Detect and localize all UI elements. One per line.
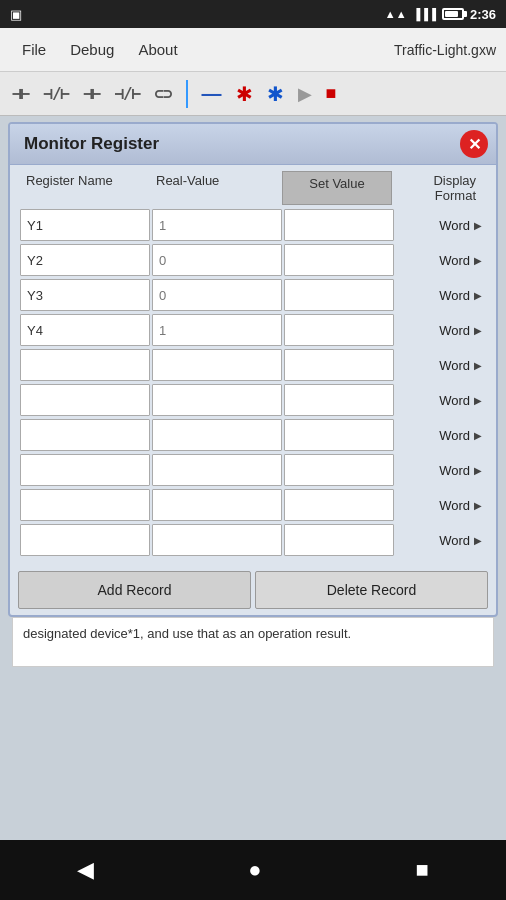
signal-icon: ▐▐▐ [413,8,436,20]
real-value-input-7[interactable] [152,454,282,486]
format-arrow-8: ▶ [474,500,482,511]
dialog-title: Monitor Register [24,134,159,153]
format-label-2: Word [439,288,470,303]
table-row: Word ▶ [18,209,488,241]
register-name-input-1[interactable] [20,244,150,276]
table-container: Register Name Real-Value Set Value Displ… [10,165,496,565]
format-arrow-3: ▶ [474,325,482,336]
format-arrow-6: ▶ [474,430,482,441]
close-button[interactable]: ✕ [460,130,488,158]
register-name-input-7[interactable] [20,454,150,486]
x1-icon: ✱ [236,82,253,106]
toolbar-stop-btn[interactable]: ■ [322,79,341,108]
display-format-3[interactable]: Word ▶ [396,323,486,338]
nav-recent-button[interactable]: ■ [396,847,449,893]
format-label-1: Word [439,253,470,268]
menu-debug[interactable]: Debug [58,35,126,64]
display-format-1[interactable]: Word ▶ [396,253,486,268]
display-format-0[interactable]: Word ▶ [396,218,486,233]
col-set-value: Set Value [282,171,392,205]
status-right: ▲▲ ▐▐▐ 2:36 [385,7,496,22]
menu-file[interactable]: File [10,35,58,64]
real-value-input-2[interactable] [152,279,282,311]
sim-icon: ▣ [10,7,22,22]
nav-back-button[interactable]: ◀ [57,847,114,893]
real-value-input-3[interactable] [152,314,282,346]
display-format-5[interactable]: Word ▶ [396,393,486,408]
toolbar-play-btn[interactable]: ▶ [294,79,316,109]
wifi-icon: ▲▲ [385,8,407,20]
set-value-input-4[interactable] [284,349,394,381]
set-value-input-8[interactable] [284,489,394,521]
real-value-input-6[interactable] [152,419,282,451]
register-name-input-0[interactable] [20,209,150,241]
format-arrow-1: ▶ [474,255,482,266]
line-icon: — [202,82,222,105]
set-value-input-6[interactable] [284,419,394,451]
delete-record-button[interactable]: Delete Record [255,571,488,609]
display-format-2[interactable]: Word ▶ [396,288,486,303]
display-format-8[interactable]: Word ▶ [396,498,486,513]
real-value-input-8[interactable] [152,489,282,521]
coil-icon: ⊂⊃ [154,84,171,103]
register-name-input-4[interactable] [20,349,150,381]
main-area: Monitor Register ✕ Register Name Real-Va… [0,116,506,840]
dialog-buttons: Add Record Delete Record [10,565,496,615]
format-arrow-0: ▶ [474,220,482,231]
format-label-6: Word [439,428,470,443]
play-icon: ▶ [298,83,312,105]
table-row: Word ▶ [18,489,488,521]
register-name-input-6[interactable] [20,419,150,451]
real-value-input-9[interactable] [152,524,282,556]
format-arrow-5: ▶ [474,395,482,406]
nav-home-button[interactable]: ● [228,847,281,893]
set-value-input-1[interactable] [284,244,394,276]
format-label-0: Word [439,218,470,233]
display-format-9[interactable]: Word ▶ [396,533,486,548]
app-title: Traffic-Light.gxw [394,42,496,58]
set-value-input-9[interactable] [284,524,394,556]
menu-about[interactable]: About [126,35,189,64]
contact1-icon: ⊣⊢ [12,84,29,103]
toolbar-contact3-btn[interactable]: ⊣⊢ [79,80,104,107]
toolbar-contact1-btn[interactable]: ⊣⊢ [8,80,33,107]
toolbar-contact4-btn[interactable]: ⊣/⊢ [110,80,144,107]
format-label-4: Word [439,358,470,373]
display-format-7[interactable]: Word ▶ [396,463,486,478]
table-row: Word ▶ [18,244,488,276]
col-real-value: Real-Value [152,171,282,205]
monitor-register-dialog: Monitor Register ✕ Register Name Real-Va… [8,122,498,617]
nav-bar: ◀ ● ■ [0,840,506,900]
toolbar-contact2-btn[interactable]: ⊣/⊢ [39,80,73,107]
display-format-6[interactable]: Word ▶ [396,428,486,443]
close-icon: ✕ [468,135,481,154]
real-value-input-5[interactable] [152,384,282,416]
register-name-input-3[interactable] [20,314,150,346]
register-name-input-5[interactable] [20,384,150,416]
toolbar: ⊣⊢ ⊣/⊢ ⊣⊢ ⊣/⊢ ⊂⊃ — ✱ ✱ ▶ ■ [0,72,506,116]
real-value-input-0[interactable] [152,209,282,241]
contact2-icon: ⊣/⊢ [43,84,69,103]
contact4-icon: ⊣/⊢ [114,84,140,103]
format-label-9: Word [439,533,470,548]
set-value-input-5[interactable] [284,384,394,416]
toolbar-x1-btn[interactable]: ✱ [232,78,257,110]
set-value-input-2[interactable] [284,279,394,311]
real-value-input-1[interactable] [152,244,282,276]
register-name-input-8[interactable] [20,489,150,521]
col-register-name: Register Name [22,171,152,205]
set-value-input-0[interactable] [284,209,394,241]
register-name-input-9[interactable] [20,524,150,556]
table-row: Word ▶ [18,384,488,416]
col-display-format: Display Format [392,171,484,205]
display-format-4[interactable]: Word ▶ [396,358,486,373]
toolbar-coil-btn[interactable]: ⊂⊃ [150,80,175,107]
stop-icon: ■ [326,83,337,104]
add-record-button[interactable]: Add Record [18,571,251,609]
set-value-input-3[interactable] [284,314,394,346]
toolbar-line-btn[interactable]: — [198,78,226,109]
set-value-input-7[interactable] [284,454,394,486]
register-name-input-2[interactable] [20,279,150,311]
toolbar-x2-btn[interactable]: ✱ [263,78,288,110]
real-value-input-4[interactable] [152,349,282,381]
